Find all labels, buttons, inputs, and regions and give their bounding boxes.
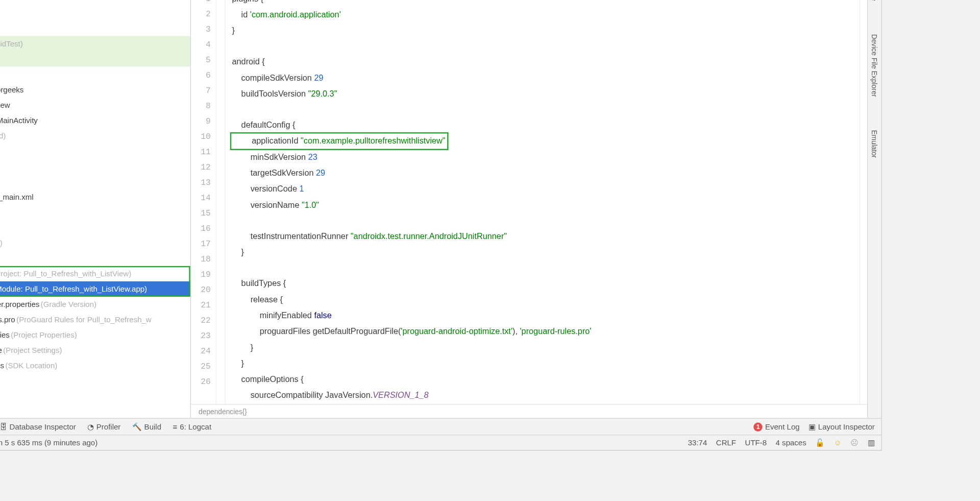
overview-ruler[interactable] [860,0,867,404]
tree-java[interactable]: ▼▮java [0,20,190,36]
tree-java-generated[interactable]: ▶▮java(generated) [0,128,190,144]
tree-layout[interactable]: ▼▮layout [0,174,190,189]
tab-profiler[interactable]: ◔Profiler [87,422,120,432]
tree-gfg[interactable]: ▼▮gfg [0,67,190,82]
tree-mainactivity[interactable]: ⒸMainActivity [0,113,190,128]
tree-com-androidtest[interactable]: ▶▮com(androidTest) [0,36,190,51]
tab-database-inspector[interactable]: 🗄Database Inspector [0,422,76,432]
tree-gradle-scripts[interactable]: ▼🐘Gradle Scripts [0,251,190,266]
tree-res-generated[interactable]: ▮res(generated) [0,235,190,251]
tree-local-properties[interactable]: ▤local.properties(SDK Location) [0,358,190,373]
event-log-button[interactable]: 1Event Log [753,422,799,432]
bottom-tool-panel: ≡TODO ▣Terminal 🗄Database Inspector ◔Pro… [0,418,881,435]
lock-icon[interactable]: 🔓 [815,438,825,447]
tree-activity-main[interactable]: ◧activity_main.xml [0,189,190,205]
caret-position[interactable]: 33:74 [688,438,707,447]
layout-inspector-icon: ▣ [808,422,816,432]
inspection-ok-icon[interactable]: ☺ [834,438,841,447]
indent[interactable]: 4 spaces [776,438,806,447]
status-bar: ▣ Gradle build finished in 5 s 635 ms (9… [0,435,881,450]
tree-mipmap[interactable]: ▶▮mipmap [0,205,190,220]
project-tree[interactable]: ▼▮app ▶▮manifests ▼▮java ▶▮com(androidTe… [0,0,190,418]
encoding[interactable]: UTF-8 [745,438,767,447]
editor[interactable]: 1234567891011121314151617181920212223242… [191,0,867,404]
tree-gradle-wrapper[interactable]: ▤gradle-wrapper.properties(Gradle Versio… [0,297,190,312]
tree-com-test[interactable]: ▶▮com(test) [0,52,190,67]
status-message: Gradle build finished in 5 s 635 ms (9 m… [0,438,97,447]
tab-emulator[interactable]: Emulator [871,126,878,162]
fold-gutter[interactable] [216,0,226,404]
tree-settings-gradle[interactable]: 🐘settings.gradle(Project Settings) [0,343,190,358]
tab-gradle[interactable]: Gradle [871,0,878,5]
memory-indicator-icon[interactable]: ▥ [868,438,875,447]
layout-inspector-button[interactable]: ▣Layout Inspector [808,422,875,432]
tree-drawable[interactable]: ▶▮drawable [0,159,190,174]
tree-build-gradle-module[interactable]: 🐘build.gradle(Module: Pull_to_Refresh_wi… [0,281,190,297]
tree-geeksforgeeks[interactable]: ▼▮geeksforgeeks [0,82,190,98]
line-number-gutter[interactable]: 1234567891011121314151617181920212223242… [191,0,216,404]
code-breadcrumb[interactable]: dependencies{} [191,404,867,418]
inspection-warn-icon[interactable]: ☹ [850,438,859,447]
right-tool-panel: Gradle Device File Explorer Emulator [867,0,881,418]
tree-build-gradle-project[interactable]: 🐘build.gradle(Project: Pull_to_Refresh_w… [0,266,190,281]
tab-device-file-explorer[interactable]: Device File Explorer [871,30,878,101]
error-badge-icon: 1 [753,422,763,432]
project-pane: ▲ Android▼ ◎ ⇵ ✱ — ▼▮app ▶▮manifests ▼▮j… [0,0,191,418]
line-ending[interactable]: CRLF [716,438,736,447]
tree-gradle-properties[interactable]: ▤gradle.properties(Project Properties) [0,327,190,343]
tree-res[interactable]: ▼▮res [0,144,190,159]
code-area[interactable]: plugins { id 'com.android.application' }… [226,0,860,404]
tree-manifests[interactable]: ▶▮manifests [0,5,190,20]
tree-proguard[interactable]: ▮proguard-rules.pro(ProGuard Rules for P… [0,312,190,327]
database-icon: 🗄 [0,422,7,432]
tree-values[interactable]: ▶▮values [0,220,190,235]
tab-logcat[interactable]: ≡6: Logcat [173,422,212,432]
logcat-icon: ≡ [173,422,178,432]
tree-app[interactable]: ▼▮app [0,0,190,5]
tree-listview[interactable]: ▼▮listview [0,98,190,113]
build-icon: 🔨 [132,422,142,432]
tab-build[interactable]: 🔨Build [132,422,161,432]
editor-pane: ⒸMainActivity.java✕ 🐘build.gradle (:app)… [191,0,867,418]
profiler-icon: ◔ [87,422,94,432]
